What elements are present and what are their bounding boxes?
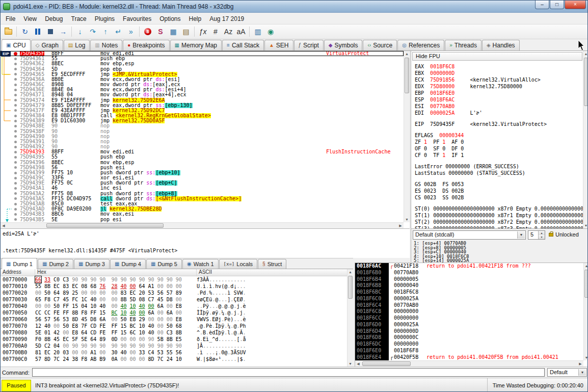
close-button[interactable]: × <box>565 1 586 9</box>
open-file-button[interactable] <box>2 25 14 38</box>
disasm-row[interactable]: 75D94384E8 0BD1FFFFcall <kernel32.RegKrn… <box>1 113 404 118</box>
scroll-right-arrow-icon[interactable]: ▶ <box>397 223 404 228</box>
stack-row[interactable]: 0018F6C400770AB0 <box>355 302 583 309</box>
disasm-row[interactable]: 75D9439290nop <box>1 144 404 149</box>
stack-row[interactable]: 0018F6B800000040 <box>355 282 583 289</box>
tab-graph[interactable]: ◇Graph <box>31 40 63 50</box>
scroll-down-arrow-icon[interactable]: ▼ <box>404 217 410 222</box>
stack-row[interactable]: 0018F6B000770AB0 <box>355 270 583 276</box>
disasm-row[interactable]: 75D9439090nop <box>1 134 404 139</box>
dump-row[interactable]: 007700A05DC20400909090909090909090909090… <box>1 343 347 349</box>
run-button[interactable]: → <box>57 25 69 38</box>
scroll-thumb[interactable] <box>362 361 411 366</box>
tab-memory-map[interactable]: ▦Memory Map <box>170 40 222 50</box>
tab-references[interactable]: ◎References <box>397 40 444 50</box>
dump-row[interactable]: 00770050CCCCFEFF8BF8FF15BC1040006A006A00… <box>1 309 347 316</box>
tab-watch-1[interactable]: ◉Watch 1 <box>182 259 219 269</box>
stack-vscrollbar[interactable]: ▲ ▼ <box>583 263 588 360</box>
dump-row[interactable]: 00770090F08B45EC5F5E64890D000000905B8BE5… <box>1 336 347 343</box>
register-line[interactable]: ES 0023 DS 002B <box>415 188 583 194</box>
register-line[interactable]: EIP 75D9435F <kernel32.VirtualProtect> <box>415 121 583 127</box>
hash-button[interactable]: # <box>209 25 222 38</box>
breakpoint-8ball-button[interactable]: 8 <box>142 25 154 38</box>
menu-item-debug[interactable]: Debug <box>41 14 67 24</box>
register-line[interactable]: ESI 00770AB0 <box>415 103 583 110</box>
patch-globe-button[interactable]: ◉ <box>264 25 277 38</box>
scroll-thumb[interactable] <box>405 58 409 93</box>
disasm-row[interactable]: 75D9437FE9 43EAFFFFjmp kernel32.75D92DC7 <box>1 108 404 113</box>
disasm-row[interactable]: 75D9438E90nop <box>1 123 404 128</box>
register-line[interactable]: CF 0 TF 1 IF 1 <box>415 152 583 159</box>
disasm-row[interactable]: 75D9439555push ebp <box>1 154 404 160</box>
register-line[interactable]: ZF 1 PF 1 AF 0 <box>415 139 583 145</box>
tab-locals[interactable]: [x=]Locals <box>219 259 257 269</box>
tab-dump-1[interactable]: ▦Dump 1 <box>2 258 37 269</box>
tab-dump-4[interactable]: ▦Dump 4 <box>110 259 146 269</box>
register-line[interactable]: EBX 0000000D <box>415 70 583 76</box>
register-line[interactable]: ST(0) 00000000000000000000 x87r0 Empty 0… <box>415 205 583 212</box>
disasm-row[interactable]: 75D943A146inc esi <box>1 186 404 191</box>
stack-hscrollbar[interactable]: ◀ ▶ <box>355 360 583 367</box>
register-line[interactable]: OF 0 SF 0 DF 0 <box>415 145 583 152</box>
tab-log[interactable]: ▤Log <box>64 40 90 50</box>
scroll-down-arrow-icon[interactable]: ▼ <box>348 361 353 367</box>
register-line[interactable]: ST(1) 00000000000000000000 x87r1 Empty 0… <box>415 212 583 219</box>
stack-row[interactable]: 0018F6D40000000D <box>355 328 583 335</box>
minimize-button[interactable]: – <box>535 1 549 9</box>
register-line[interactable]: LastStatus 00000000 (STATUS_SUCCESS) <box>415 170 583 176</box>
menu-item-help[interactable]: Help <box>185 14 206 24</box>
spin-down-icon[interactable]: ▼ <box>539 235 545 239</box>
registers-vscrollbar[interactable]: ▲ ▼ <box>583 51 588 228</box>
log-button[interactable]: ▤ <box>180 25 192 38</box>
fx-button[interactable]: ƒx <box>197 25 209 38</box>
tab-symbols[interactable]: ◆Symbols <box>324 40 363 50</box>
dump-row[interactable]: 007700006633C0C3909090909090909090909090… <box>1 276 347 283</box>
stack-row[interactable]: 0018F6AC┌00421F18return to pdoi41.00421F… <box>355 263 583 270</box>
disasm-row[interactable]: 75D943AD0F8C DA9E0200jl kernel32.75DBE28… <box>1 206 404 212</box>
pause-button[interactable] <box>32 25 44 38</box>
menu-item-options[interactable]: Options <box>155 14 184 24</box>
register-line[interactable]: EDI 0000025A L'ɚ' <box>415 110 583 116</box>
tab-dump-2[interactable]: ▦Dump 2 <box>38 259 73 269</box>
scroll-left-arrow-icon[interactable]: ◀ <box>1 223 7 228</box>
stop-button[interactable] <box>44 25 57 38</box>
stack-row[interactable]: 0018F6CC00000000 <box>355 315 583 322</box>
disasm-row[interactable]: 75D9436E8B4E 04mov ecx,dword ptr ds:[esi… <box>1 87 404 92</box>
register-line[interactable]: GS 002B FS 0053 <box>415 181 583 188</box>
scroll-down-arrow-icon[interactable]: ▼ <box>584 355 588 360</box>
tab-breakpoints[interactable]: ●Breakpoints <box>123 40 169 50</box>
disasm-row[interactable]: 75D94389E9 D1C60300jmp kernel32.75DD0A5F <box>1 118 404 123</box>
spinner-buttons[interactable]: ▲▼ <box>538 231 545 239</box>
run-to-return-button[interactable]: ↵ <box>112 25 124 38</box>
stack-row[interactable]: 0018F6B400000005 <box>355 276 583 283</box>
stack-row[interactable]: 0018F6E00018F6F8 <box>355 348 583 354</box>
menu-item-trace[interactable]: Trace <box>67 14 91 24</box>
dump-row[interactable]: 00770040000050FF1504104000401040006A00E8… <box>1 303 347 309</box>
register-line[interactable]: CS 0023 SS 002B <box>415 194 583 201</box>
disasm-row[interactable]: 75D943B55Epop esi <box>1 217 404 222</box>
step-into-button[interactable]: ↓ <box>74 25 86 38</box>
command-script-combo[interactable]: Default ▼ <box>547 368 587 377</box>
dump-header-address[interactable]: Address <box>1 269 35 276</box>
dump-row[interactable]: 007700805E014200E864CDFEFF156C104000C38B… <box>1 329 347 336</box>
restart-button[interactable]: ↻ <box>19 25 31 38</box>
scroll-left-arrow-icon[interactable]: ◀ <box>355 361 361 367</box>
disasm-row[interactable]: 75D9436C8908mov dword ptr ds:[eax],ecx <box>1 82 404 87</box>
tab-struct[interactable]: §Struct <box>258 259 286 269</box>
dump-row[interactable]: 00770010558BEC83EC08687628400064A1000000… <box>1 283 347 290</box>
menu-item-favourites[interactable]: Favourites <box>119 14 155 24</box>
disasm-vscrollbar[interactable]: ▲ ▼ <box>404 51 410 222</box>
maximize-button[interactable]: □ <box>550 1 564 9</box>
step-over-button[interactable]: ↷ <box>87 25 99 38</box>
disasm-row[interactable]: 75D943B38BC6mov eax,esi <box>1 212 404 217</box>
lock-toggle[interactable]: Unlocked <box>549 231 579 238</box>
disasm-row[interactable]: 75D9436155push ebp <box>1 56 404 61</box>
stack-row[interactable]: 0018F6C00000025A <box>355 296 583 302</box>
disasm-row[interactable]: 75D94399FF75 10push dword ptr ss:[ebp+10… <box>1 170 404 175</box>
disasm-row[interactable]: 75D94365E9 5ECDFFFFjmp <JMP.&VirtualProt… <box>1 72 404 77</box>
register-line[interactable]: LastError 00000000 (ERROR_SUCCESS) <box>415 163 583 170</box>
dump-vscrollbar[interactable]: ▲ ▼ <box>347 269 353 367</box>
step-out-button[interactable]: ↑ <box>99 25 112 38</box>
skip-button[interactable]: » <box>125 25 137 38</box>
scroll-up-arrow-icon[interactable]: ▲ <box>584 263 588 269</box>
